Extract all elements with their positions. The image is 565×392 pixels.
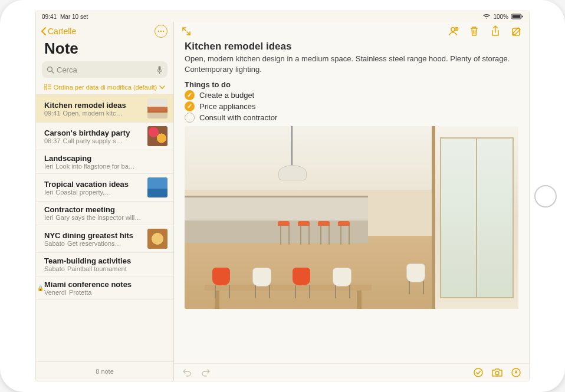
note-item-subtitle: IeriLook into flagstone for ba… <box>44 163 167 170</box>
status-date: Mar 10 set <box>60 14 88 20</box>
svg-point-16 <box>451 28 455 31</box>
status-bar: 09:41 Mar 10 set 100% <box>36 11 529 22</box>
chevron-down-icon <box>159 85 165 89</box>
todo-checkbox[interactable] <box>185 101 195 111</box>
svg-point-5 <box>163 31 164 32</box>
camera-button[interactable] <box>491 367 503 378</box>
note-paragraph[interactable]: Open, modern kitchen design in a medium … <box>185 54 518 74</box>
markup-button[interactable] <box>510 367 522 378</box>
main-toolbar <box>174 22 529 41</box>
svg-point-23 <box>474 368 482 377</box>
notes-list[interactable]: Kitchen remodel ideas09:41Open, modern k… <box>36 95 173 361</box>
note-item-title: Kitchen remodel ideas <box>44 101 143 110</box>
svg-rect-2 <box>522 16 523 18</box>
battery-percent: 100% <box>493 14 508 20</box>
sidebar-footer: 8 note <box>36 361 173 381</box>
note-item-title: Miami conference notes <box>44 280 167 289</box>
sort-button[interactable]: Ordina per data di modifica (default) <box>36 83 173 95</box>
home-button[interactable] <box>534 185 557 207</box>
svg-point-24 <box>495 371 499 375</box>
search-input[interactable]: Cerca <box>42 61 167 78</box>
svg-rect-1 <box>513 15 521 18</box>
undo-button[interactable] <box>181 367 193 378</box>
todo-row[interactable]: Create a budget <box>185 90 518 100</box>
todo-label: Price appliances <box>199 102 255 111</box>
todo-checkbox[interactable] <box>185 113 195 123</box>
compose-button[interactable] <box>510 25 523 38</box>
wifi-icon <box>483 14 490 19</box>
sidebar-title: Note <box>36 39 173 61</box>
note-list-item[interactable]: 🔒Miami conference notesVenerdìProtetta <box>36 276 173 300</box>
note-item-subtitle: IeriGary says the inspector will… <box>44 214 167 221</box>
lock-icon: 🔒 <box>37 285 44 291</box>
svg-point-3 <box>158 31 159 32</box>
svg-point-4 <box>160 31 162 32</box>
note-item-subtitle: SabatoGet reservations… <box>44 240 143 247</box>
note-item-subtitle: 09:41Open, modern kitc… <box>44 110 143 117</box>
delete-button[interactable] <box>468 25 481 38</box>
note-item-thumbnail <box>147 126 167 146</box>
note-section-heading[interactable]: Things to do <box>185 80 518 89</box>
note-body[interactable]: Kitchen remodel ideas Open, modern kitch… <box>174 41 529 363</box>
sort-icon <box>44 84 51 90</box>
note-list-item[interactable]: Team-building activitiesSabatoPaintball … <box>36 253 173 276</box>
note-list-item[interactable]: Kitchen remodel ideas09:41Open, modern k… <box>36 95 173 123</box>
note-item-title: Landscaping <box>44 154 167 163</box>
screen: 09:41 Mar 10 set 100% Cartelle <box>35 11 530 381</box>
svg-rect-11 <box>44 88 47 90</box>
todo-row[interactable]: Consult with contractor <box>185 113 518 123</box>
bottom-toolbar <box>174 363 529 381</box>
chevron-left-icon <box>41 27 47 35</box>
note-item-thumbnail <box>147 98 167 118</box>
note-editor: Kitchen remodel ideas Open, modern kitch… <box>174 22 529 381</box>
note-item-title: Tropical vacation ideas <box>44 180 143 189</box>
ipad-device: 09:41 Mar 10 set 100% Cartelle <box>0 0 565 392</box>
more-button[interactable] <box>155 25 167 38</box>
note-list-item[interactable]: Tropical vacation ideasIeriCoastal prope… <box>36 174 173 202</box>
note-list-item[interactable]: NYC dining greatest hitsSabatoGet reserv… <box>36 225 173 253</box>
sort-label: Ordina per data di modifica (default) <box>54 84 157 91</box>
battery-icon <box>511 14 523 19</box>
note-item-thumbnail <box>147 229 167 249</box>
back-label: Cartelle <box>48 27 76 36</box>
collaborate-button[interactable] <box>446 25 459 38</box>
mic-icon[interactable] <box>156 65 163 74</box>
redo-button[interactable] <box>200 367 212 378</box>
search-icon <box>47 66 54 74</box>
status-time: 09:41 <box>42 14 57 20</box>
search-placeholder: Cerca <box>57 65 156 74</box>
ellipsis-icon <box>157 30 165 32</box>
note-title[interactable]: Kitchen remodel ideas <box>185 41 518 52</box>
svg-point-6 <box>48 67 52 71</box>
note-image[interactable] <box>185 126 518 309</box>
svg-rect-8 <box>159 66 161 71</box>
note-item-title: Team-building activities <box>44 256 167 265</box>
svg-line-7 <box>52 71 54 73</box>
note-item-thumbnail <box>147 177 167 197</box>
note-item-subtitle: 08:37Call party supply s… <box>44 137 143 144</box>
svg-rect-22 <box>513 28 520 35</box>
share-button[interactable] <box>489 25 502 38</box>
note-list-item[interactable]: Carson's birthday party08:37Call party s… <box>36 123 173 150</box>
back-button[interactable]: Cartelle <box>41 27 76 36</box>
expand-button[interactable] <box>180 25 193 38</box>
note-list-item[interactable]: LandscapingIeriLook into flagstone for b… <box>36 150 173 174</box>
note-item-title: Contractor meeting <box>44 205 167 214</box>
todo-checkbox[interactable] <box>185 90 195 100</box>
todo-label: Consult with contractor <box>199 113 277 122</box>
checklist-button[interactable] <box>472 367 484 378</box>
svg-rect-10 <box>44 84 47 87</box>
note-item-title: Carson's birthday party <box>44 129 143 137</box>
note-item-subtitle: VenerdìProtetta <box>44 289 167 296</box>
todo-label: Create a budget <box>199 91 254 100</box>
note-item-subtitle: SabatoPaintball tournament <box>44 265 167 272</box>
note-list-item[interactable]: Contractor meetingIeriGary says the insp… <box>36 202 173 225</box>
note-item-subtitle: IeriCoastal property,… <box>44 189 143 196</box>
sidebar: Cartelle Note Cerca Ordina per data di m… <box>36 22 174 381</box>
todo-row[interactable]: Price appliances <box>185 101 518 111</box>
note-item-title: NYC dining greatest hits <box>44 231 143 240</box>
